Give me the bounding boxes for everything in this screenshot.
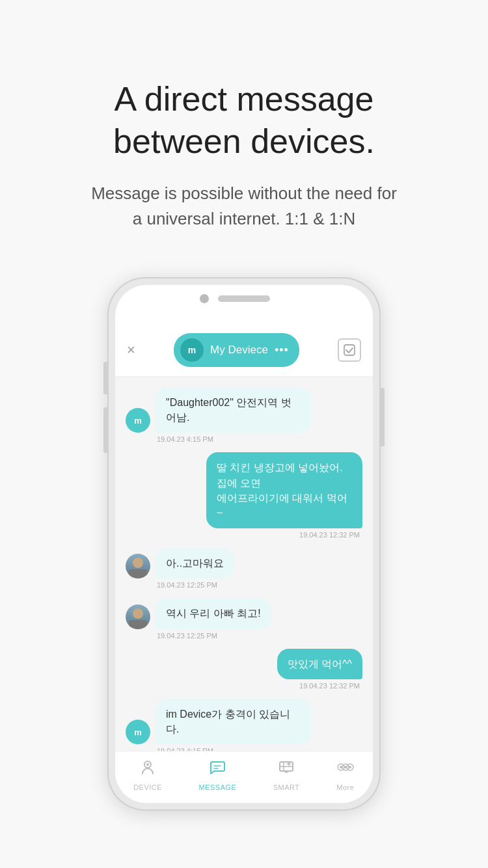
avatar	[126, 554, 150, 578]
check-button[interactable]	[338, 338, 361, 362]
message-row: 딸 치킨 냉장고에 넣어놨어. 집에 오면에어프라이기에 대워서 먹어~ 19.…	[126, 452, 362, 539]
message-time: 19.04.23 12:25 PM	[126, 581, 217, 589]
main-title: A direct message between devices.	[0, 78, 488, 163]
channel-name: My Deviece	[210, 344, 268, 357]
more-options-icon[interactable]: •••	[275, 344, 289, 357]
app-screen: × m My Deviece •••	[115, 324, 373, 803]
phone-mockup: × m My Deviece •••	[0, 277, 488, 811]
message-bubble: im Device가 충격이 있습니다.	[156, 699, 312, 744]
header-section: A direct message between devices. Messag…	[0, 0, 488, 251]
phone-speaker	[218, 295, 270, 302]
device-icon	[139, 758, 157, 781]
nav-label-message: MESSAGE	[198, 783, 236, 791]
phone-outer: × m My Deviece •••	[107, 277, 381, 811]
checkmark-icon	[343, 344, 356, 357]
phone-camera	[200, 294, 209, 303]
message-time: 19.04.23 12:25 PM	[126, 632, 217, 640]
svg-point-2	[146, 763, 149, 766]
avatar	[126, 604, 150, 629]
message-bubble: 딸 치킨 냉장고에 넣어놨어. 집에 오면에어프라이기에 대워서 먹어~	[206, 452, 362, 528]
message-time: 19.04.23 12:32 PM	[299, 682, 362, 690]
nav-label-more: More	[336, 783, 354, 791]
message-row: m im Device가 충격이 있습니다. 19.04.23 4:15 PM	[126, 699, 362, 755]
message-row: 아..고마워요 19.04.23 12:25 PM	[126, 548, 362, 589]
message-bubble: 역시 우리 아빠 최고!	[156, 598, 271, 629]
message-bubble: 맛있게 먹어^^	[277, 649, 362, 679]
smart-icon	[277, 758, 295, 781]
more-icon	[336, 758, 355, 781]
message-row: 역시 우리 아빠 최고! 19.04.23 12:25 PM	[126, 598, 362, 639]
sub-title: Message is possible without the need for…	[0, 181, 488, 232]
close-button[interactable]: ×	[127, 342, 135, 359]
channel-pill[interactable]: m My Deviece •••	[174, 333, 299, 367]
phone-btn-volume-down	[103, 407, 107, 453]
phone-screen: × m My Deviece •••	[115, 285, 373, 803]
phone-btn-volume-up	[103, 362, 107, 394]
nav-label-smart: SMART	[273, 783, 300, 791]
avatar: m	[126, 720, 150, 744]
avatar: m	[126, 408, 150, 433]
message-time: 19.04.23 12:32 PM	[299, 531, 362, 539]
message-row: 맛있게 먹어^^ 19.04.23 12:32 PM	[126, 649, 362, 690]
message-time: 19.04.23 4:15 PM	[126, 435, 213, 443]
bottom-navigation: DEVICE MESSAGE	[115, 751, 373, 803]
channel-avatar: m	[180, 338, 204, 362]
message-bubble: "Daughter002" 안전지역 벗어남.	[156, 387, 312, 433]
phone-btn-power	[381, 388, 385, 446]
nav-label-device: DEVICE	[133, 783, 162, 791]
message-row: m "Daughter002" 안전지역 벗어남. 19.04.23 4:15 …	[126, 387, 362, 443]
svg-point-8	[288, 763, 290, 765]
message-icon	[208, 758, 226, 781]
message-bubble: 아..고마워요	[156, 548, 234, 578]
nav-item-more[interactable]: More	[336, 758, 355, 791]
nav-item-message[interactable]: MESSAGE	[198, 758, 236, 791]
nav-item-smart[interactable]: SMART	[273, 758, 300, 791]
chat-header: × m My Deviece •••	[115, 324, 373, 377]
nav-item-device[interactable]: DEVICE	[133, 758, 162, 791]
chat-messages: m "Daughter002" 안전지역 벗어남. 19.04.23 4:15 …	[115, 377, 373, 771]
